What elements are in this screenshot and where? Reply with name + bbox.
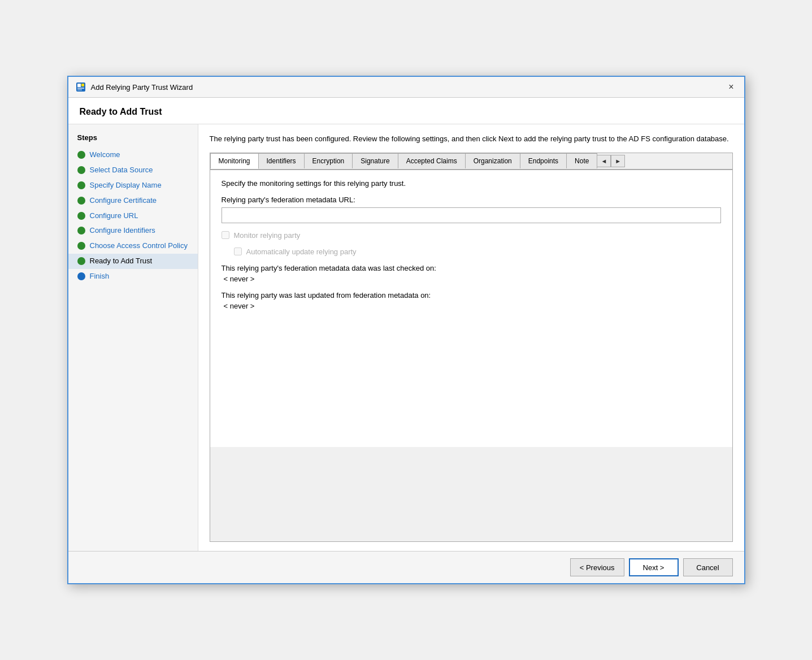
svg-rect-2 xyxy=(81,84,84,86)
sidebar-item-select-data-source[interactable]: Select Data Source xyxy=(68,163,198,178)
monitor-checkbox-row: Monitor relying party xyxy=(222,231,721,240)
tab-signature[interactable]: Signature xyxy=(352,153,398,168)
sidebar-section-label: Steps xyxy=(68,133,198,147)
step-dot-configure-certificate xyxy=(77,197,85,205)
last-updated-value: < never > xyxy=(222,302,721,310)
sidebar-item-welcome[interactable]: Welcome xyxy=(68,147,198,163)
step-dot-welcome xyxy=(77,151,85,159)
sidebar-item-configure-identifiers[interactable]: Configure Identifiers xyxy=(68,223,198,238)
tab-encryption[interactable]: Encryption xyxy=(304,153,353,168)
close-button[interactable]: × xyxy=(725,81,737,93)
next-button[interactable]: Next > xyxy=(629,558,679,576)
tab-content-inner: Specify the monitoring settings for this… xyxy=(222,179,721,310)
tab-organization[interactable]: Organization xyxy=(465,153,520,168)
dialog-content: Ready to Add Trust Steps Welcome Select … xyxy=(68,98,744,583)
main-area: Steps Welcome Select Data Source Specify… xyxy=(68,124,744,551)
step-dot-select-data-source xyxy=(77,166,85,174)
tabs-wrapper: Monitoring Identifiers Encryption Signat… xyxy=(210,153,733,542)
title-bar-left: Add Relying Party Trust Wizard xyxy=(75,81,193,93)
sidebar-item-label-configure-identifiers: Configure Identifiers xyxy=(90,226,155,236)
cancel-button[interactable]: Cancel xyxy=(683,558,733,576)
svg-rect-1 xyxy=(77,84,81,87)
tab-scroll-left[interactable]: ◄ xyxy=(597,155,611,167)
sidebar-item-configure-certificate[interactable]: Configure Certificate xyxy=(68,193,198,209)
tab-scroll-right[interactable]: ► xyxy=(611,155,625,167)
tab-identifiers[interactable]: Identifiers xyxy=(258,153,305,168)
sidebar-item-label-select-data-source: Select Data Source xyxy=(90,166,153,175)
url-field-label: Relying party's federation metadata URL: xyxy=(222,196,721,204)
monitoring-description: Specify the monitoring settings for this… xyxy=(222,179,721,188)
url-field-group: Relying party's federation metadata URL: xyxy=(222,196,721,223)
tab-monitoring[interactable]: Monitoring xyxy=(210,153,259,169)
step-dot-configure-url xyxy=(77,212,85,220)
tab-panel-monitoring: Specify the monitoring settings for this… xyxy=(210,170,732,542)
tab-panel-inner: Specify the monitoring settings for this… xyxy=(210,170,732,447)
tab-accepted-claims[interactable]: Accepted Claims xyxy=(398,153,466,168)
auto-update-label: Automatically update relying party xyxy=(246,248,357,256)
svg-rect-4 xyxy=(77,89,82,90)
title-bar: Add Relying Party Trust Wizard × xyxy=(68,77,744,98)
sidebar-item-specify-display-name[interactable]: Specify Display Name xyxy=(68,178,198,193)
sidebar-item-label-configure-url: Configure URL xyxy=(90,211,138,221)
previous-button[interactable]: < Previous xyxy=(570,558,624,576)
sidebar: Steps Welcome Select Data Source Specify… xyxy=(68,124,198,551)
sidebar-item-label-specify-display-name: Specify Display Name xyxy=(90,181,162,190)
last-checked-value: < never > xyxy=(222,275,721,283)
content-area: The relying party trust has been configu… xyxy=(198,124,744,551)
sidebar-item-choose-access-control[interactable]: Choose Access Control Policy xyxy=(68,238,198,254)
step-dot-finish xyxy=(77,272,85,280)
tab-notes[interactable]: Note xyxy=(566,153,597,168)
last-checked-text: This relying party's federation metadata… xyxy=(222,264,721,272)
last-updated-block: This relying party was last updated from… xyxy=(222,291,721,310)
sidebar-item-label-ready-to-add-trust: Ready to Add Trust xyxy=(90,257,153,266)
footer: < Previous Next > Cancel xyxy=(68,551,744,583)
sidebar-item-configure-url[interactable]: Configure URL xyxy=(68,209,198,224)
sidebar-item-label-finish: Finish xyxy=(90,272,110,281)
monitor-label: Monitor relying party xyxy=(234,231,301,240)
page-description: The relying party trust has been configu… xyxy=(210,133,733,145)
auto-update-checkbox-row: Automatically update relying party xyxy=(222,248,721,256)
step-dot-specify-display-name xyxy=(77,181,85,189)
dialog-title: Add Relying Party Trust Wizard xyxy=(91,83,193,92)
step-dot-configure-identifiers xyxy=(77,227,85,235)
url-input[interactable] xyxy=(222,207,721,223)
sidebar-item-ready-to-add-trust[interactable]: Ready to Add Trust xyxy=(68,254,198,269)
page-title: Ready to Add Trust xyxy=(68,98,744,124)
dialog: Add Relying Party Trust Wizard × Ready t… xyxy=(67,76,745,584)
wizard-icon xyxy=(75,81,86,93)
sidebar-item-finish[interactable]: Finish xyxy=(68,269,198,284)
step-dot-choose-access-control xyxy=(77,242,85,250)
last-updated-text: This relying party was last updated from… xyxy=(222,291,721,299)
monitor-checkbox[interactable] xyxy=(222,231,229,239)
tab-bar: Monitoring Identifiers Encryption Signat… xyxy=(210,153,732,170)
last-checked-block: This relying party's federation metadata… xyxy=(222,264,721,283)
sidebar-item-label-welcome: Welcome xyxy=(90,150,120,160)
sidebar-item-label-configure-certificate: Configure Certificate xyxy=(90,196,157,206)
sidebar-item-label-choose-access-control: Choose Access Control Policy xyxy=(90,241,188,251)
auto-update-checkbox[interactable] xyxy=(234,248,242,255)
step-dot-ready-to-add-trust xyxy=(77,257,85,265)
tab-endpoints[interactable]: Endpoints xyxy=(520,153,567,168)
svg-rect-3 xyxy=(77,88,84,89)
